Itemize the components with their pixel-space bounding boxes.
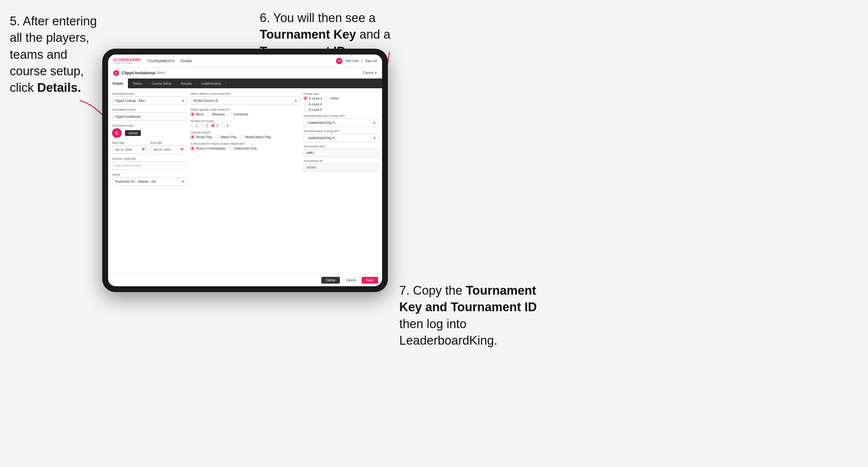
radio-round-3[interactable] [211,124,215,128]
round-1[interactable]: 1 [190,124,198,128]
nav-right: TU Test User | Sign out [336,58,377,64]
round-4[interactable]: 4 [221,124,228,128]
format-6count4[interactable]: 6 count 4 [304,102,322,106]
radio-stroke[interactable] [190,135,194,139]
scoring-stroke-label: Stroke Play [196,135,212,139]
radio-teams[interactable] [190,146,194,150]
end-date-label: End date [151,141,187,145]
radio-round-4[interactable] [221,124,225,128]
nav-teams[interactable]: TEAMS [180,59,192,63]
brand-name: SCOREBOARD [113,58,141,62]
host-select[interactable]: Clippd College - Men ▾ [112,96,187,105]
tournament-icon: C [113,70,119,76]
name-input[interactable]: Clippd Invitational [112,112,187,121]
left-column: Tournament Host Clippd College - Men ▾ T… [112,92,187,270]
sign-out-link[interactable]: Sign out [365,59,377,63]
gender-combined-label: Combined [234,113,248,116]
upload-button[interactable]: Upload [125,130,141,136]
radio-combined[interactable] [228,112,232,116]
api1-select[interactable]: Leaderboard King ✕ ▾ [304,119,378,127]
venue-label: Venue [112,173,187,176]
format-6count5[interactable]: 6 count 5 [304,108,322,112]
api1-group: Use third-party live scoring API? Leader… [304,114,378,127]
tab-bar: Details Teams Course Setup Results Leade… [108,79,382,88]
api1-tag: Leaderboard King ✕ [306,120,337,125]
division-select[interactable]: NCAA Division III ▾ [190,96,300,105]
api1-label: Use third-party live scoring API? [304,114,378,118]
round-2[interactable]: 2 [201,124,208,128]
radio-womens[interactable] [207,112,211,116]
scoring-stroke[interactable]: Stroke Play [190,135,212,139]
save-button[interactable]: Save [362,277,378,284]
teams-plus-individuals[interactable]: Teams (+Individuals) [190,146,226,150]
api2-label: Use third-party scoring API? [304,129,378,133]
format-other[interactable]: Other [325,96,339,100]
api2-group: Use third-party scoring API? Leaderboard… [304,129,378,142]
radio-individuals[interactable] [229,146,233,150]
start-date-input[interactable]: Jan 21, 2024 📅 [112,145,148,154]
header-cancel[interactable]: Cancel ✕ [363,71,377,75]
radio-round-2[interactable] [201,124,205,128]
middle-column: Which division is the event for? NCAA Di… [190,92,300,270]
radio-round-1[interactable] [190,124,194,128]
tab-results[interactable]: Results [176,79,196,88]
tournament-key-label: Tournament Key [304,145,378,148]
tablet-screen: SCOREBOARD Powered by clippd TOURNAMENTS… [108,55,382,286]
cancel-button[interactable]: Cancel [342,277,359,284]
scoring-medal[interactable]: Medal Match Play [240,135,271,139]
gender-combined[interactable]: Combined [228,112,248,116]
tab-details[interactable]: Details [108,79,128,88]
date-row: Start date Jan 21, 2024 📅 End date Jan 2… [112,141,187,154]
tab-course-setup[interactable]: Course Setup [147,79,176,88]
api2-close[interactable]: ✕ [332,136,335,139]
radio-5count4[interactable] [304,96,307,100]
individuals-only[interactable]: Individuals Only [229,146,257,150]
sponsor-label: Sponsor (optional) [112,157,187,160]
radio-other[interactable] [325,96,329,100]
sponsor-input[interactable]: Enter sponsor name [112,161,187,170]
gender-mens[interactable]: Mens [190,112,204,116]
end-date-group: End date Jan 23, 2024 📅 [151,141,187,154]
tab-leaderboards[interactable]: Leaderboards [197,79,226,88]
delete-button[interactable]: Delete [321,277,340,284]
radio-medal[interactable] [240,135,244,139]
gender-womens[interactable]: Womens [207,112,225,116]
tournament-id-group: Tournament ID 302051 [304,159,378,172]
host-label: Tournament Host [112,92,187,95]
venue-select[interactable]: Peachtree GC - Atlanta - GA ▾ [112,177,187,186]
tournament-key-field: bdffb7 [304,149,378,157]
radio-6count5[interactable] [304,108,307,112]
format-row1: 5 count 4 Other [304,96,378,100]
logo-group: Tournament logo C Upload [112,124,187,138]
api1-close[interactable]: ✕ [332,121,335,124]
tournament-id-field: 302051 [304,163,378,172]
rounds-group: Number of rounds 1 2 3 [190,119,300,128]
tournament-header: C Clippd Invitational (Men) Cancel ✕ [108,67,382,79]
division-label: Which division is the event for? [190,92,300,95]
individuals-label: Individuals Only [234,147,257,150]
nav-tournaments[interactable]: TOURNAMENTS [147,59,175,63]
format-5count4[interactable]: 5 count 4 [304,96,322,100]
round-3[interactable]: 3 [211,124,218,128]
radio-mens[interactable] [190,112,194,116]
format-row2: 6 count 4 [304,102,378,106]
tournament-title: Clippd Invitational [122,71,155,75]
host-group: Tournament Host Clippd College - Men ▾ [112,92,187,105]
tab-teams[interactable]: Teams [128,79,147,88]
end-date-input[interactable]: Jan 23, 2024 📅 [151,145,187,154]
tournament-id-label: Tournament ID [304,159,378,163]
scoring-options: Stroke Play Match Play Medal Match Play [190,135,300,139]
calendar-icon: 📅 [142,148,145,151]
format-group: Format type 5 count 4 Other [304,92,378,112]
radio-match[interactable] [216,135,219,139]
radio-6count4[interactable] [304,102,307,106]
api2-select[interactable]: Leaderboard King ✕ ▾ [304,134,378,142]
scoring-label: Scoring system [190,131,300,134]
gender-womens-label: Womens [212,113,225,116]
name-label: Tournament name [112,108,187,111]
scoring-match[interactable]: Match Play [216,135,237,139]
division-group: Which division is the event for? NCAA Di… [190,92,300,105]
format-row3: 6 count 5 [304,108,378,112]
gender-label: Which gender is the event for? [190,108,300,111]
logo-icon: C [112,128,122,138]
